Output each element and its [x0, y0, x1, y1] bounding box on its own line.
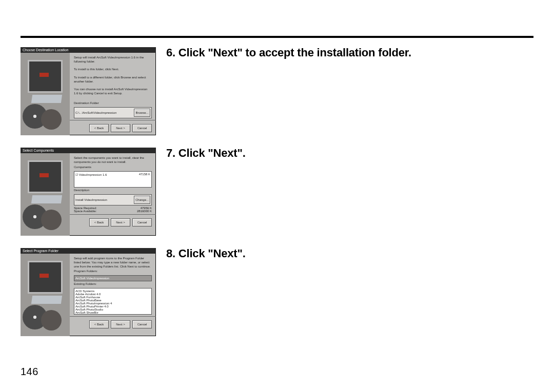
- step-heading: 8. Click "Next".: [166, 247, 533, 260]
- space-available-value: 2816000 K: [137, 210, 152, 213]
- list-item[interactable]: ArcSoft VideoImpression: [75, 314, 150, 315]
- cancel-button[interactable]: Cancel: [132, 320, 152, 328]
- wizard-graphic: [21, 254, 70, 336]
- wizard-graphic: [21, 53, 70, 135]
- screenshot-select-program-folder: Select Program Folder Setup will add pro…: [21, 248, 156, 336]
- change-button[interactable]: Change...: [134, 196, 150, 204]
- wizard-body-text: Setup will add program icons to the Prog…: [74, 257, 152, 269]
- description-label: Description: [74, 189, 152, 192]
- back-button[interactable]: < Back: [89, 218, 109, 226]
- components-label: Components: [74, 166, 152, 169]
- next-button[interactable]: Next >: [111, 320, 130, 328]
- description-text: Install VideoImpression: [75, 198, 107, 201]
- step-heading: 6. Click "Next" to accept the installati…: [166, 46, 533, 59]
- destination-folder-label: Destination Folder: [74, 101, 152, 105]
- wizard-body-text: Select the components you want to instal…: [74, 156, 152, 164]
- window-titlebar: Select Components: [21, 148, 156, 153]
- description-panel: Install VideoImpression Change...: [74, 194, 152, 205]
- wizard-body-text: Setup will install ArcSoft VideoImpressi…: [74, 56, 152, 96]
- destination-path: C:\...\ArcSoft\VideoImpression: [75, 111, 116, 114]
- step-row: Select Components Select the components …: [21, 148, 533, 236]
- existing-folders-list[interactable]: ACD SystemsAdobe Acrobat 4.0ArcSoft Funh…: [74, 288, 152, 315]
- back-button[interactable]: < Back: [89, 320, 109, 328]
- window-titlebar: Select Program Folder: [21, 248, 156, 254]
- divider: [21, 36, 533, 38]
- page-number: 146: [21, 366, 38, 378]
- cancel-button[interactable]: Cancel: [132, 218, 152, 226]
- next-button[interactable]: Next >: [111, 124, 130, 132]
- window-titlebar: Choose Destination Location: [21, 47, 156, 53]
- destination-folder-panel: C:\...\ArcSoft\VideoImpression Browse...: [74, 107, 152, 118]
- program-folder-label: Program Folders:: [74, 270, 152, 273]
- component-item: VideoImpression 1.6: [79, 173, 107, 176]
- component-size: 47158 K: [139, 173, 150, 186]
- program-folder-input[interactable]: ArcSoft VideoImpression: [74, 275, 152, 281]
- screenshot-select-components: Select Components Select the components …: [21, 148, 156, 236]
- screenshot-destination-location: Choose Destination Location Setup will i…: [21, 47, 156, 135]
- next-button[interactable]: Next >: [111, 218, 130, 226]
- browse-button[interactable]: Browse...: [134, 109, 150, 117]
- step-row: Select Program Folder Setup will add pro…: [21, 248, 533, 336]
- cancel-button[interactable]: Cancel: [132, 124, 152, 132]
- wizard-graphic: [21, 153, 70, 236]
- existing-folders-label: Existing Folders:: [74, 282, 152, 285]
- components-list[interactable]: ☑ VideoImpression 1.6 47158 K: [74, 171, 152, 188]
- step-heading: 7. Click "Next".: [166, 147, 533, 160]
- space-available-label: Space Available:: [74, 210, 96, 213]
- step-row: Choose Destination Location Setup will i…: [21, 47, 533, 135]
- back-button[interactable]: < Back: [89, 124, 109, 132]
- manual-page: Choose Destination Location Setup will i…: [0, 0, 554, 364]
